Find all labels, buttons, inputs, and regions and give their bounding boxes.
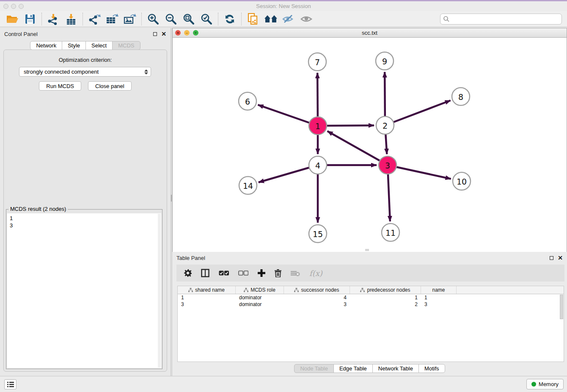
run-mcds-button[interactable]: Run MCDS <box>39 81 81 91</box>
split-columns-button[interactable] <box>201 269 209 277</box>
export-image-button[interactable] <box>121 12 139 26</box>
show-all-button[interactable] <box>297 12 315 26</box>
node-6[interactable]: 6 <box>239 92 256 110</box>
clear-all-columns-button[interactable] <box>238 271 248 276</box>
cell-mcds-role[interactable]: dominator <box>236 295 284 301</box>
clone-network-button[interactable] <box>244 12 262 26</box>
task-history-button[interactable] <box>4 379 17 389</box>
tab-select[interactable]: Select <box>85 41 113 50</box>
search-field[interactable] <box>440 14 562 25</box>
node-9[interactable]: 9 <box>376 52 394 70</box>
float-panel-icon[interactable] <box>153 32 157 36</box>
table-row[interactable]: 3 dominator 3 2 3 <box>178 301 564 308</box>
cell-successor-nodes[interactable]: 3 <box>284 301 350 307</box>
node-1[interactable]: 1 <box>309 117 327 135</box>
table-row[interactable]: 1 dominator 4 1 1 <box>178 294 564 301</box>
edge-1-6[interactable] <box>258 105 318 126</box>
tab-network-table[interactable]: Network Table <box>372 364 419 373</box>
splitter-grip[interactable] <box>171 195 172 202</box>
result-scrollbar[interactable] <box>158 214 161 367</box>
close-table-panel-icon[interactable]: ✕ <box>558 255 563 261</box>
edge-3-1[interactable] <box>328 131 388 165</box>
import-table-button[interactable] <box>62 12 80 26</box>
checked-boxes-icon <box>219 271 229 276</box>
import-network-button[interactable] <box>44 12 62 26</box>
save-session-button[interactable] <box>21 12 39 26</box>
tab-edge-table[interactable]: Edge Table <box>333 364 373 373</box>
cell-name[interactable]: 1 <box>421 295 457 301</box>
tab-motifs[interactable]: Motifs <box>418 364 445 373</box>
tab-node-table[interactable]: Node Table <box>294 364 334 373</box>
cell-mcds-role[interactable]: dominator <box>236 301 284 307</box>
zoom-fit-icon <box>183 13 195 25</box>
open-folder-icon <box>6 14 19 25</box>
control-panel: Control Panel ✕ Network Style Select MCD… <box>0 28 171 376</box>
toolbar-separator <box>218 13 218 25</box>
node-2[interactable]: 2 <box>376 116 394 134</box>
node-7[interactable]: 7 <box>308 53 326 71</box>
node-label: 8 <box>458 92 463 102</box>
edge-3-10[interactable] <box>388 165 451 179</box>
two-columns-icon <box>201 269 209 277</box>
eye-slash-icon <box>282 14 295 24</box>
control-panel-header: Control Panel ✕ <box>0 28 171 40</box>
network-canvas[interactable]: 7968124314101511 <box>173 38 567 252</box>
column-header-successor-nodes[interactable]: successor nodes <box>284 286 350 294</box>
toolbar-separator <box>41 13 42 25</box>
tab-mcds[interactable]: MCDS <box>112 41 140 50</box>
close-panel-button[interactable]: Close panel <box>88 81 132 91</box>
add-column-button[interactable] <box>258 269 265 277</box>
mcds-result-text[interactable]: 13 <box>7 213 161 368</box>
memory-button[interactable]: Memory <box>526 379 564 389</box>
first-neighbors-button[interactable] <box>262 12 280 26</box>
node-8[interactable]: 8 <box>452 88 470 105</box>
cell-successor-nodes[interactable]: 4 <box>284 295 350 301</box>
network-view-window: ✕ – + scc.txt 7968124314101511 <box>172 28 567 252</box>
cell-shared-name[interactable]: 1 <box>178 295 236 301</box>
node-15[interactable]: 15 <box>309 225 327 243</box>
node-label: 14 <box>243 181 253 190</box>
zoom-selected-button[interactable] <box>198 12 215 26</box>
node-10[interactable]: 10 <box>453 172 471 190</box>
node-3[interactable]: 3 <box>379 156 396 174</box>
zoom-fit-button[interactable] <box>180 12 198 26</box>
close-panel-icon[interactable]: ✕ <box>161 31 166 37</box>
node-table[interactable]: shared name MCDS role successor nodes pr… <box>177 286 564 362</box>
table-settings-button[interactable] <box>184 269 192 277</box>
column-header-name[interactable]: name <box>421 286 457 294</box>
node-label: 10 <box>457 177 467 186</box>
table-scrollbar[interactable] <box>560 295 563 319</box>
tab-network[interactable]: Network <box>30 41 62 50</box>
canvas-splitter-grip[interactable] <box>365 249 369 251</box>
function-builder-button[interactable]: f(x) <box>309 269 322 278</box>
delete-column-button[interactable] <box>275 269 281 277</box>
criterion-dropdown[interactable]: strongly connected component <box>19 67 151 77</box>
node-14[interactable]: 14 <box>239 177 257 194</box>
edge-2-8[interactable] <box>385 100 451 125</box>
delete-table-button[interactable] <box>291 270 300 276</box>
column-type-icon <box>188 288 193 292</box>
hide-selected-button[interactable] <box>280 12 297 26</box>
node-4[interactable]: 4 <box>309 156 327 174</box>
zoom-out-button[interactable] <box>162 12 180 26</box>
cell-shared-name[interactable]: 3 <box>178 301 236 307</box>
refresh-view-button[interactable] <box>221 12 239 26</box>
node-11[interactable]: 11 <box>382 224 399 241</box>
column-header-predecessor-nodes[interactable]: predecessor nodes <box>350 286 421 294</box>
cell-predecessor-nodes[interactable]: 1 <box>350 295 421 301</box>
select-all-columns-button[interactable] <box>219 271 229 276</box>
export-network-button[interactable] <box>85 12 103 26</box>
cell-name[interactable]: 3 <box>421 301 457 307</box>
save-floppy-icon <box>25 14 36 25</box>
column-header-mcds-role[interactable]: MCDS role <box>236 286 284 294</box>
search-input[interactable] <box>450 15 561 23</box>
column-header-shared-name[interactable]: shared name <box>178 286 236 294</box>
tab-style[interactable]: Style <box>62 41 86 50</box>
open-session-button[interactable] <box>3 12 21 26</box>
float-table-panel-icon[interactable] <box>550 256 553 260</box>
network-window-title: scc.txt <box>173 30 567 36</box>
export-table-button[interactable] <box>103 12 121 26</box>
cell-predecessor-nodes[interactable]: 2 <box>350 301 421 307</box>
zoom-in-button[interactable] <box>144 12 162 26</box>
network-window-titlebar[interactable]: ✕ – + scc.txt <box>173 28 567 38</box>
